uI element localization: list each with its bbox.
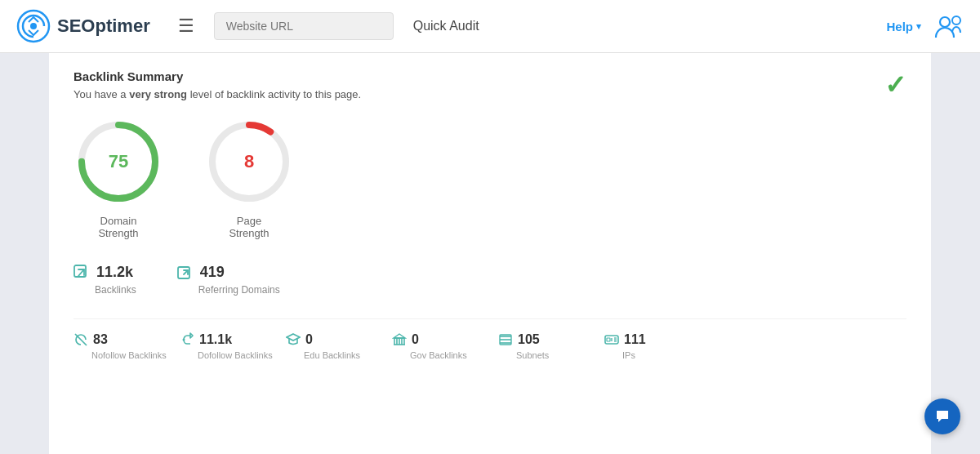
ips-value: 111 xyxy=(624,332,646,347)
ips-label: IPs xyxy=(622,350,635,360)
logo-icon xyxy=(16,9,51,43)
help-label: Help xyxy=(886,20,913,33)
gov-value: 0 xyxy=(412,332,419,347)
subtitle-strong: very strong xyxy=(129,88,187,100)
dofollow-value: 11.1k xyxy=(199,332,232,347)
svg-point-3 xyxy=(952,16,960,24)
subnets-label: Subnets xyxy=(516,350,549,360)
edu-backlinks-stat: 0 Edu Backlinks xyxy=(286,332,392,360)
subtitle-prefix: You have a xyxy=(74,88,129,100)
svg-rect-26 xyxy=(607,338,610,341)
backlinks-label: Backlinks xyxy=(95,284,136,296)
backlinks-value: 11.2k xyxy=(96,264,133,281)
page-strength-circle: 8 xyxy=(204,117,294,207)
chevron-down-icon: ▾ xyxy=(916,21,921,32)
left-sidebar xyxy=(0,53,49,454)
bottom-stats-row: 83 Nofollow Backlinks 11.1k Dofollow Bac… xyxy=(74,318,906,360)
domain-strength-value: 75 xyxy=(109,151,128,172)
stats-row: 11.2k Backlinks 419 Referring Domains xyxy=(74,264,906,296)
domain-strength-circle: 75 xyxy=(74,117,163,207)
svg-point-2 xyxy=(940,17,950,27)
page-strength-item: 8 Page Strength xyxy=(204,117,294,239)
backlinks-icon xyxy=(74,265,90,281)
checkmark-icon: ✓ xyxy=(884,69,906,100)
nofollow-label: Nofollow Backlinks xyxy=(91,350,167,360)
edu-label: Edu Backlinks xyxy=(304,350,360,360)
nofollow-icon xyxy=(74,332,88,347)
url-input[interactable] xyxy=(214,12,394,40)
referring-domains-stat: 419 Referring Domains xyxy=(177,264,280,296)
right-sidebar xyxy=(931,53,980,454)
section-subtitle: You have a very strong level of backlink… xyxy=(74,88,906,100)
domain-strength-label: Domain Strength xyxy=(98,215,138,239)
page-strength-label: Page Strength xyxy=(229,215,269,239)
logo-area: SEOptimer xyxy=(16,9,150,43)
quick-audit-button[interactable]: Quick Audit xyxy=(407,16,486,37)
subnets-icon xyxy=(498,332,513,347)
referring-domains-stat-top: 419 xyxy=(177,264,225,281)
user-icon[interactable] xyxy=(934,11,964,41)
logo-text: SEOptimer xyxy=(57,16,150,37)
subnets-value: 105 xyxy=(518,332,540,347)
edu-icon xyxy=(286,332,301,347)
referring-domains-value: 419 xyxy=(200,264,225,281)
section-title: Backlink Summary xyxy=(74,69,906,83)
domain-strength-item: 75 Domain Strength xyxy=(74,117,163,239)
header: SEOptimer ☰ Quick Audit Help ▾ xyxy=(0,0,980,53)
page-strength-value: 8 xyxy=(244,151,254,172)
dofollow-backlinks-stat: 11.1k Dofollow Backlinks xyxy=(180,332,286,360)
backlinks-stat-top: 11.2k xyxy=(74,264,133,281)
dofollow-label: Dofollow Backlinks xyxy=(198,350,273,360)
gov-backlinks-stat: 0 Gov Backlinks xyxy=(392,332,498,360)
circles-row: 75 Domain Strength 8 Page xyxy=(74,117,906,239)
referring-domains-icon xyxy=(177,265,194,281)
hamburger-button[interactable]: ☰ xyxy=(172,12,201,40)
nofollow-backlinks-stat: 83 Nofollow Backlinks xyxy=(74,332,180,360)
dofollow-icon xyxy=(180,332,194,347)
edu-value: 0 xyxy=(305,332,313,347)
svg-point-11 xyxy=(183,339,185,341)
ips-stat: 111 IPs xyxy=(604,332,710,360)
nofollow-value: 83 xyxy=(93,332,108,347)
chat-button[interactable] xyxy=(924,398,960,434)
referring-domains-label: Referring Domains xyxy=(198,284,280,296)
main-layout: ✓ Backlink Summary You have a very stron… xyxy=(0,53,980,454)
gov-icon xyxy=(392,332,407,347)
backlinks-stat: 11.2k Backlinks xyxy=(74,264,136,296)
chat-icon xyxy=(933,407,951,425)
content-area: ✓ Backlink Summary You have a very stron… xyxy=(49,53,931,454)
gov-label: Gov Backlinks xyxy=(410,350,467,360)
svg-point-1 xyxy=(30,23,37,29)
ips-icon xyxy=(604,332,619,347)
subnets-stat: 105 Subnets xyxy=(498,332,604,360)
subtitle-suffix: level of backlink activity to this page. xyxy=(187,88,361,100)
help-button[interactable]: Help ▾ xyxy=(886,20,921,33)
svg-line-10 xyxy=(75,334,87,345)
